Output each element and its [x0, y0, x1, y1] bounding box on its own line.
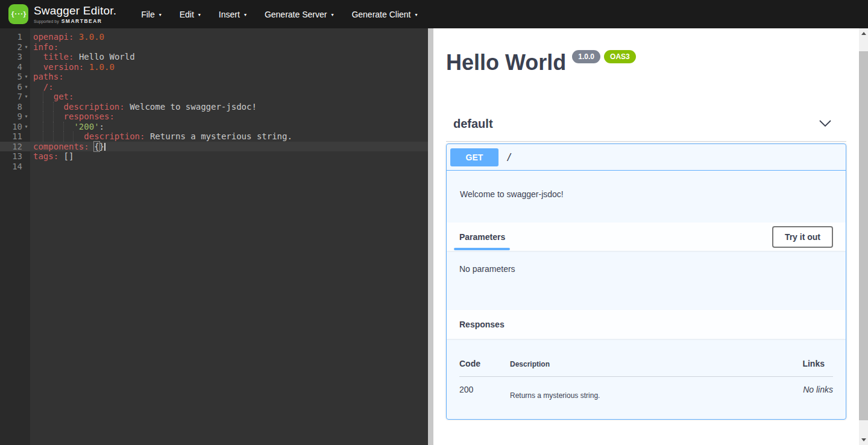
code-fold-icon[interactable]: ▾: [22, 82, 30, 92]
code-line-13: 13tags: []: [0, 151, 428, 162]
gutter-line-number: 5▾: [0, 72, 30, 82]
supported-by-label: Supported by: [34, 19, 59, 24]
responses-title: Responses: [459, 320, 505, 329]
chevron-down-icon[interactable]: [819, 119, 832, 128]
brand-text: Swagger Editor. Supported by SMARTBEAR: [34, 5, 116, 24]
api-title: Hello World: [446, 51, 566, 74]
tab-parameters[interactable]: Parameters: [459, 232, 505, 242]
operation-path: /: [506, 151, 512, 163]
code-line-10: 10▾ '200':: [0, 122, 428, 132]
gutter-line-number: 8: [0, 102, 30, 112]
parameters-section-header: Parameters Try it out: [447, 222, 846, 251]
gutter-line-number: 4: [0, 62, 30, 72]
menu-caret-icon: ▾: [415, 12, 417, 17]
code-line-11: 11 description: Returns a mysterious str…: [0, 131, 428, 142]
responses-table: Code Description Links 200Returns a myst…: [447, 339, 846, 419]
code-line-3: 3 title: Hello World: [0, 52, 428, 62]
gutter-line-number: 9▾: [0, 112, 30, 122]
code-line-1: 1openapi: 3.0.0: [0, 32, 428, 42]
gutter-line-number: 12: [0, 142, 30, 152]
scrollbar-up-arrow-icon[interactable]: [859, 28, 868, 39]
navbar: {···} Swagger Editor. Supported by SMART…: [0, 0, 868, 28]
menu-label: Generate Client: [351, 10, 410, 19]
response-row: 200Returns a mysterious string.No links: [459, 377, 833, 400]
active-tab-underline: [454, 248, 510, 250]
menu-caret-icon: ▾: [198, 12, 201, 17]
menu-edit[interactable]: Edit▾: [171, 0, 210, 28]
menu-insert[interactable]: Insert▾: [210, 0, 256, 28]
gutter-line-number: 10▾: [0, 122, 30, 132]
response-description: Returns a mysterious string.: [510, 377, 755, 400]
parameters-body: No parameters: [447, 251, 846, 310]
gutter-line-number: 7▾: [0, 92, 30, 102]
opblock-get: GET / Welcome to swagger-jsdoc! Paramete…: [446, 144, 846, 420]
code-line-2: 2▾info:: [0, 42, 428, 52]
menu-caret-icon: ▾: [159, 12, 162, 17]
code-line-4: 4 version: 1.0.0: [0, 62, 428, 72]
swagger-logo-icon: {···}: [8, 4, 28, 24]
smartbear-label: SMARTBEAR: [61, 18, 102, 24]
gutter-line-number: 13: [0, 151, 30, 162]
pane-splitter[interactable]: [428, 28, 433, 445]
preview-scrollbar[interactable]: [859, 28, 868, 445]
col-header-links: Links: [755, 359, 833, 368]
code-line-5: 5▾paths:: [0, 72, 428, 82]
http-method-badge: GET: [450, 148, 498, 166]
api-title-row: Hello World 1.0.0 OAS3: [446, 51, 846, 74]
code-fold-icon[interactable]: ▾: [22, 112, 30, 122]
gutter-line-number: 6▾: [0, 82, 30, 92]
col-header-code: Code: [459, 359, 510, 368]
swagger-editor-logo[interactable]: {···} Swagger Editor. Supported by SMART…: [8, 4, 116, 24]
menu-generate-client[interactable]: Generate Client▾: [342, 0, 426, 28]
menu-label: Edit: [180, 10, 194, 19]
no-parameters-text: No parameters: [459, 264, 833, 274]
scrollbar-thumb[interactable]: [859, 51, 868, 420]
api-version-badge: 1.0.0: [572, 50, 600, 63]
responses-table-header: Code Description Links: [459, 359, 833, 368]
menu-caret-icon: ▾: [244, 12, 247, 17]
responses-section-header: Responses: [447, 310, 846, 339]
code-line-7: 7▾ get:: [0, 92, 428, 102]
try-it-out-button[interactable]: Try it out: [772, 226, 833, 248]
code-line-12: 12components: {}: [0, 142, 428, 152]
code-line-6: 6▾ /:: [0, 82, 428, 92]
yaml-editor[interactable]: 1openapi: 3.0.02▾info:3 title: Hello Wor…: [0, 28, 428, 445]
gutter-line-number: 2▾: [0, 42, 30, 52]
menu-label: Generate Server: [265, 10, 327, 19]
opblock-summary[interactable]: GET /: [447, 144, 846, 171]
tag-name: default: [453, 116, 493, 131]
code-fold-icon[interactable]: ▾: [22, 122, 30, 132]
gutter-line-number: 1: [0, 32, 30, 42]
scrollbar-down-arrow-icon[interactable]: [859, 435, 868, 445]
response-code: 200: [459, 377, 510, 400]
response-links: No links: [755, 377, 833, 400]
app-title: Swagger Editor.: [34, 5, 116, 17]
code-fold-icon[interactable]: ▾: [22, 42, 30, 52]
swagger-ui-preview: Hello World 1.0.0 OAS3 default GET / Wel…: [433, 28, 859, 445]
code-line-8: 8 description: Welcome to swagger-jsdoc!: [0, 102, 428, 112]
tag-section-header-default[interactable]: default: [446, 116, 846, 142]
menu-label: Insert: [219, 10, 240, 19]
code-fold-icon[interactable]: ▾: [22, 92, 30, 102]
menu-file[interactable]: File▾: [132, 0, 171, 28]
operation-description: Welcome to swagger-jsdoc!: [447, 171, 846, 222]
col-header-description: Description: [510, 359, 755, 368]
oas3-badge: OAS3: [604, 50, 636, 63]
menu-caret-icon: ▾: [331, 12, 333, 17]
menu-label: File: [141, 10, 155, 19]
code-line-9: 9▾ responses:: [0, 112, 428, 122]
menu-generate-server[interactable]: Generate Server▾: [256, 0, 343, 28]
gutter-line-number: 3: [0, 52, 30, 62]
code-fold-icon[interactable]: ▾: [22, 72, 30, 82]
menu-bar: File▾Edit▾Insert▾Generate Server▾Generat…: [132, 0, 426, 28]
gutter-line-number: 11: [0, 131, 30, 142]
code-line-14: 14: [0, 162, 428, 172]
gutter-line-number: 14: [0, 162, 30, 172]
